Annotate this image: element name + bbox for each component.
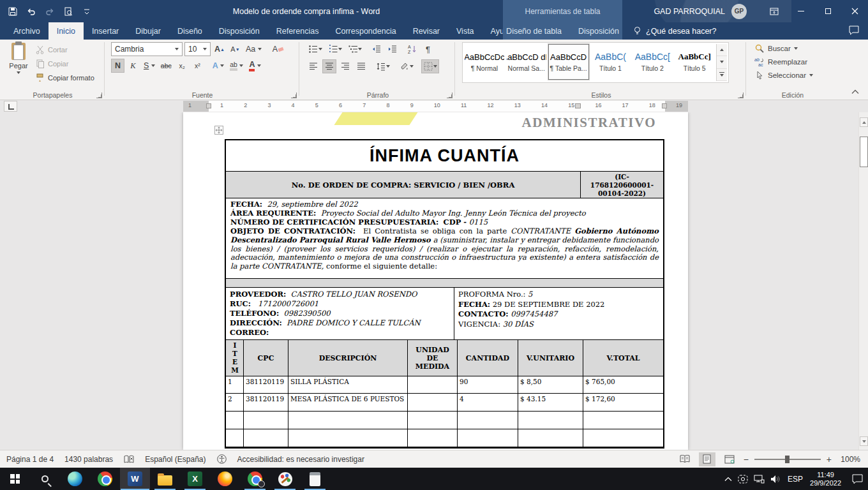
taskbar-search-button[interactable] xyxy=(30,468,60,490)
line-spacing-button[interactable] xyxy=(374,59,392,73)
decrease-indent-button[interactable] xyxy=(370,42,384,56)
tab-dibujar[interactable]: Dibujar xyxy=(127,22,169,40)
scrollbar-thumb[interactable] xyxy=(860,137,868,167)
dialog-launcher-icon[interactable] xyxy=(291,93,297,98)
shading-button[interactable] xyxy=(398,59,415,73)
tab-revisar[interactable]: Revisar xyxy=(405,22,448,40)
font-color-button[interactable]: A xyxy=(247,59,263,73)
close-button[interactable] xyxy=(841,0,868,22)
tell-me-box[interactable]: ¿Qué desea hacer? xyxy=(633,22,717,40)
font-name-combo[interactable]: Cambria xyxy=(111,42,183,56)
print-layout-icon[interactable] xyxy=(699,452,715,466)
clock[interactable]: 11:49 29/9/2022 xyxy=(810,471,841,487)
network-icon[interactable] xyxy=(754,475,765,484)
tray-expand-icon[interactable] xyxy=(724,477,732,482)
save-icon[interactable] xyxy=(8,6,18,17)
shrink-font-button[interactable]: A▼ xyxy=(228,42,242,56)
table-move-handle[interactable] xyxy=(214,126,223,135)
tab-diseno[interactable]: Diseño xyxy=(169,22,211,40)
tab-referencias[interactable]: Referencias xyxy=(268,22,327,40)
zoom-out-button[interactable]: − xyxy=(744,454,749,464)
scroll-down-icon[interactable] xyxy=(860,436,868,446)
select-button[interactable]: Seleccionar xyxy=(754,70,837,80)
taskbar-calculator-button[interactable] xyxy=(300,468,330,490)
align-center-button[interactable] xyxy=(322,59,336,73)
first-line-indent-marker[interactable] xyxy=(575,103,581,108)
dialog-launcher-icon[interactable] xyxy=(738,93,744,98)
style-normal[interactable]: AaBbCcDc ¶ Normal xyxy=(464,44,505,80)
style-normal-sa[interactable]: AaBbCcD dE Normal Sa... xyxy=(506,44,547,80)
left-indent-marker[interactable] xyxy=(206,103,211,108)
styles-more-icon[interactable] xyxy=(717,69,727,81)
zoom-in-button[interactable]: + xyxy=(827,454,832,464)
taskbar-explorer-button[interactable] xyxy=(150,468,180,490)
show-marks-button[interactable]: ¶ xyxy=(421,42,435,56)
horizontal-ruler[interactable]: 1 12345678910111213141516171819 xyxy=(183,101,688,112)
change-case-button[interactable]: Aa xyxy=(244,42,264,56)
clear-formatting-button[interactable]: A xyxy=(271,42,285,56)
italic-button[interactable]: K xyxy=(126,59,140,73)
underline-button[interactable]: S xyxy=(142,59,157,73)
print-preview-icon[interactable] xyxy=(63,6,73,17)
tab-disposicion-tabla[interactable]: Disposición xyxy=(570,22,627,40)
sort-button[interactable]: AZ xyxy=(405,42,419,56)
tab-correspondencia[interactable]: Correspondencia xyxy=(327,22,404,40)
vertical-scrollbar[interactable] xyxy=(858,112,868,450)
justify-button[interactable] xyxy=(354,59,368,73)
bullets-button[interactable] xyxy=(306,42,324,56)
ribbon-display-options-icon[interactable] xyxy=(761,0,788,22)
taskbar-firefox-button[interactable] xyxy=(210,468,240,490)
accessibility-status[interactable]: Accesibilidad: es necesario investigar xyxy=(237,455,364,464)
scroll-up-icon[interactable] xyxy=(860,117,868,127)
read-mode-icon[interactable] xyxy=(677,452,693,466)
tab-stop-selector[interactable] xyxy=(4,101,17,112)
dialog-launcher-icon[interactable] xyxy=(96,93,102,98)
align-left-button[interactable] xyxy=(306,59,320,73)
tray-app-icon[interactable] xyxy=(738,475,748,484)
style-titulo-5[interactable]: AaBbCc] Título 5 xyxy=(674,44,715,80)
feedback-icon[interactable] xyxy=(849,26,859,35)
proofing-icon[interactable] xyxy=(124,455,134,464)
taskbar-chrome-button[interactable] xyxy=(90,468,120,490)
align-right-button[interactable] xyxy=(338,59,352,73)
minimize-button[interactable] xyxy=(788,0,814,22)
account-name[interactable]: GAD PARROQUIAL xyxy=(654,7,725,16)
tab-disposicion[interactable]: Disposición xyxy=(211,22,268,40)
account-avatar[interactable]: GP xyxy=(731,4,747,19)
font-size-combo[interactable]: 10 xyxy=(184,42,211,56)
document-page[interactable]: ADMINISTRATIVO ÍNFIMA CUANTÍA No. DE ORD… xyxy=(183,112,688,450)
tab-insertar[interactable]: Insertar xyxy=(84,22,127,40)
superscript-button[interactable]: x² xyxy=(191,59,204,73)
style-titulo-1[interactable]: AaBbC( Título 1 xyxy=(590,44,631,80)
page-indicator[interactable]: Página 1 de 4 xyxy=(6,455,54,464)
language-indicator[interactable]: Español (España) xyxy=(145,455,206,464)
accessibility-icon[interactable] xyxy=(217,454,227,464)
collapse-ribbon-icon[interactable] xyxy=(851,89,859,94)
grow-font-button[interactable]: A▲ xyxy=(213,42,227,56)
highlight-button[interactable]: ab xyxy=(228,59,245,73)
purchase-order-table[interactable]: ÍNFIMA CUANTÍA No. DE ORDEN DE COMPRA: S… xyxy=(225,139,664,449)
taskbar-excel-button[interactable]: X xyxy=(180,468,210,490)
format-painter-button[interactable]: Copiar formato xyxy=(33,71,96,84)
tab-diseno-de-tabla[interactable]: Diseño de tabla xyxy=(498,22,570,40)
zoom-level[interactable]: 100% xyxy=(837,455,860,464)
styles-scroll-up-icon[interactable] xyxy=(717,44,727,56)
volume-icon[interactable] xyxy=(770,475,781,484)
restore-button[interactable] xyxy=(814,0,841,22)
keyboard-language[interactable]: ESP xyxy=(786,475,804,484)
zoom-slider-thumb[interactable] xyxy=(785,456,789,463)
start-button[interactable] xyxy=(0,468,30,490)
tab-archivo[interactable]: Archivo xyxy=(5,22,49,40)
multilevel-list-button[interactable] xyxy=(346,42,364,56)
action-center-icon[interactable] xyxy=(852,474,863,484)
taskbar-edge-button[interactable] xyxy=(60,468,90,490)
find-button[interactable]: Buscar xyxy=(754,43,837,54)
taskbar-word-button[interactable]: W xyxy=(120,468,150,490)
undo-icon[interactable] xyxy=(26,6,36,17)
tab-inicio[interactable]: Inicio xyxy=(49,22,84,40)
taskbar-paint-button[interactable] xyxy=(270,468,300,490)
taskbar-chrome-app-button[interactable] xyxy=(240,468,270,490)
borders-button[interactable] xyxy=(421,59,439,73)
style-table-paragraph[interactable]: AaBbCcD ¶ Table Pa... xyxy=(548,44,589,80)
dialog-launcher-icon[interactable] xyxy=(447,93,453,98)
